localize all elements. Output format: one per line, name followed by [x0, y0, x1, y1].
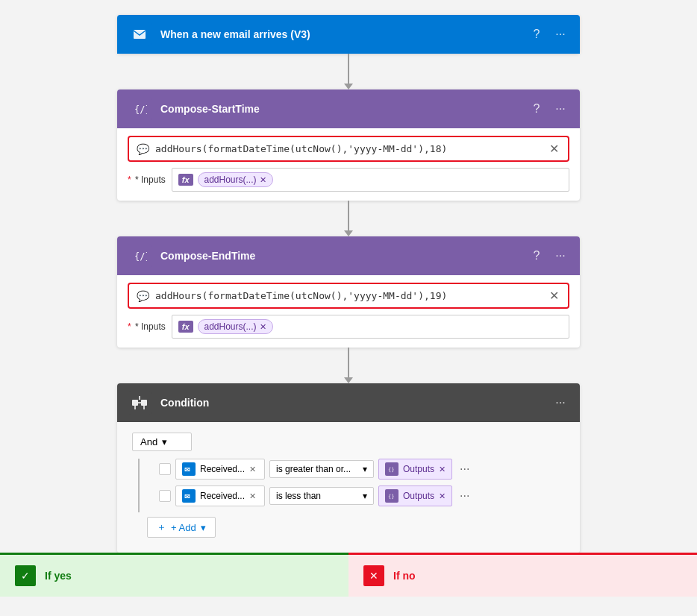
compose-start-more-button[interactable]: ···	[551, 100, 569, 118]
if-no-label: If no	[393, 570, 416, 582]
left-bar-line	[138, 459, 140, 512]
compose-end-token: addHours(...) ✕	[198, 319, 273, 334]
email-trigger-actions: ? ···	[528, 25, 569, 43]
condition-token-2: ✉ Received... ✕	[175, 485, 265, 506]
if-no-panel: ✕ If no	[348, 553, 697, 597]
compose-end-expr-close[interactable]: ✕	[548, 289, 560, 303]
condition-body: And ▾ ✉	[117, 422, 580, 553]
compose-start-expr-box: 💬 addHours(formatDateTime(utcNow(),'yyyy…	[128, 136, 569, 162]
compose-end-title: Compose-EndTime	[160, 250, 528, 262]
condition-value-token-2: {} Outputs ✕	[378, 485, 452, 506]
compose-start-expr-close[interactable]: ✕	[548, 142, 560, 156]
compose-end-inputs-field[interactable]: fx addHours(...) ✕	[172, 315, 569, 339]
email-trigger-card: When a new email arrives (V3) ? ···	[117, 15, 580, 54]
svg-rect-0	[134, 30, 146, 39]
compose-end-token-close[interactable]: ✕	[260, 322, 266, 332]
outlook-icon-2: ✉	[182, 489, 196, 503]
compose-end-more-button[interactable]: ···	[551, 247, 569, 265]
connector-1	[344, 54, 353, 89]
condition-checkbox-1[interactable]	[159, 463, 171, 475]
email-help-button[interactable]: ?	[528, 25, 546, 43]
add-row: ＋ + Add ▾	[147, 517, 565, 538]
if-yes-icon: ✓	[15, 565, 36, 586]
chevron-down-icon-op1: ▾	[363, 464, 367, 474]
compose-start-icon: {/}	[128, 97, 151, 121]
connector-2	[344, 201, 353, 236]
expr-icon-2: 💬	[137, 290, 149, 302]
plus-icon: ＋	[157, 521, 166, 534]
compose-start-title: Compose-StartTime	[160, 103, 528, 115]
and-dropdown[interactable]: And ▾	[132, 433, 192, 451]
svg-text:{}: {}	[388, 467, 394, 473]
chevron-down-icon: ▾	[162, 436, 167, 447]
condition-operator-2[interactable]: is less than ▾	[269, 487, 374, 505]
compose-start-token-close[interactable]: ✕	[260, 175, 266, 185]
condition-row-1: ✉ Received... ✕ is greater than or... ▾	[159, 459, 472, 480]
condition-icon	[128, 391, 151, 415]
bottom-row: ✓ If yes ✕ If no	[0, 553, 697, 597]
connector-line	[348, 348, 349, 377]
condition-row1-more[interactable]: ···	[457, 462, 472, 476]
compose-start-header: {/} Compose-StartTime ? ···	[117, 89, 580, 128]
token1-close-1[interactable]: ✕	[249, 465, 256, 474]
condition-token-1: ✉ Received... ✕	[175, 459, 265, 480]
compose-end-actions: ? ···	[528, 247, 569, 265]
left-bar-container	[138, 459, 140, 512]
compose-end-icon: {/}	[128, 244, 151, 268]
condition-card: Condition ··· And ▾	[117, 383, 580, 553]
compose-end-inputs-row: * * Inputs fx addHours(...) ✕	[117, 309, 580, 348]
purple-icon-2: {}	[385, 489, 398, 503]
token2-close-1[interactable]: ✕	[439, 465, 446, 474]
outlook-icon-1: ✉	[182, 462, 196, 476]
compose-start-inputs-label: * * Inputs	[128, 175, 166, 185]
condition-actions: ···	[551, 394, 569, 412]
compose-start-card: {/} Compose-StartTime ? ··· 💬 addHours(f…	[117, 89, 580, 201]
connector-arrow	[344, 84, 353, 89]
connector-line	[348, 54, 349, 84]
condition-title: Condition	[160, 397, 551, 409]
condition-operator-1[interactable]: is greater than or... ▾	[269, 460, 374, 478]
svg-text:✉: ✉	[184, 466, 190, 474]
connector-arrow	[344, 230, 353, 236]
email-icon	[128, 22, 151, 46]
connector-arrow	[344, 377, 353, 383]
compose-end-expr-text: addHours(formatDateTime(utcNow(),'yyyy-M…	[155, 290, 548, 301]
canvas: When a new email arrives (V3) ? ··· {/} …	[0, 0, 697, 616]
token2-close-2[interactable]: ✕	[439, 491, 446, 501]
if-yes-panel: ✓ If yes	[0, 553, 348, 597]
svg-text:✉: ✉	[184, 493, 190, 500]
condition-rows-wrapper: ✉ Received... ✕ is greater than or... ▾	[132, 459, 565, 512]
fx-badge-2: fx	[178, 321, 193, 333]
condition-more-button[interactable]: ···	[551, 394, 569, 412]
rows-group: ✉ Received... ✕ is greater than or... ▾	[144, 459, 472, 512]
purple-icon-1: {}	[385, 462, 398, 476]
condition-checkbox-2[interactable]	[159, 490, 171, 502]
compose-end-help-button[interactable]: ?	[528, 247, 546, 265]
compose-start-inputs-field[interactable]: fx addHours(...) ✕	[172, 168, 569, 192]
email-more-button[interactable]: ···	[551, 25, 569, 43]
compose-start-help-button[interactable]: ?	[528, 100, 546, 118]
email-trigger-title: When a new email arrives (V3)	[160, 28, 528, 40]
compose-end-header: {/} Compose-EndTime ? ···	[117, 236, 580, 275]
add-button[interactable]: ＋ + Add ▾	[147, 517, 216, 538]
condition-row-2: ✉ Received... ✕ is less than ▾	[159, 485, 472, 506]
compose-start-token: addHours(...) ✕	[198, 172, 273, 187]
condition-row2-more[interactable]: ···	[457, 489, 472, 503]
connector-3	[344, 348, 353, 383]
compose-start-actions: ? ···	[528, 100, 569, 118]
svg-text:{/}: {/}	[134, 104, 147, 115]
condition-value-token-1: {} Outputs ✕	[378, 459, 452, 480]
compose-end-card: {/} Compose-EndTime ? ··· 💬 addHours(for…	[117, 236, 580, 348]
svg-rect-3	[132, 400, 138, 406]
svg-text:{/}: {/}	[134, 251, 147, 262]
token1-close-2[interactable]: ✕	[249, 491, 256, 501]
svg-rect-4	[141, 400, 147, 406]
connector-line	[348, 201, 349, 230]
compose-start-expr-text: addHours(formatDateTime(utcNow(),'yyyy-M…	[155, 143, 548, 154]
compose-end-inputs-label: * * Inputs	[128, 321, 166, 332]
compose-end-expr-box: 💬 addHours(formatDateTime(utcNow(),'yyyy…	[128, 283, 569, 309]
compose-start-inputs-row: * * Inputs fx addHours(...) ✕	[117, 162, 580, 201]
fx-badge: fx	[178, 174, 193, 186]
condition-header: Condition ···	[117, 383, 580, 422]
if-yes-label: If yes	[45, 570, 72, 582]
